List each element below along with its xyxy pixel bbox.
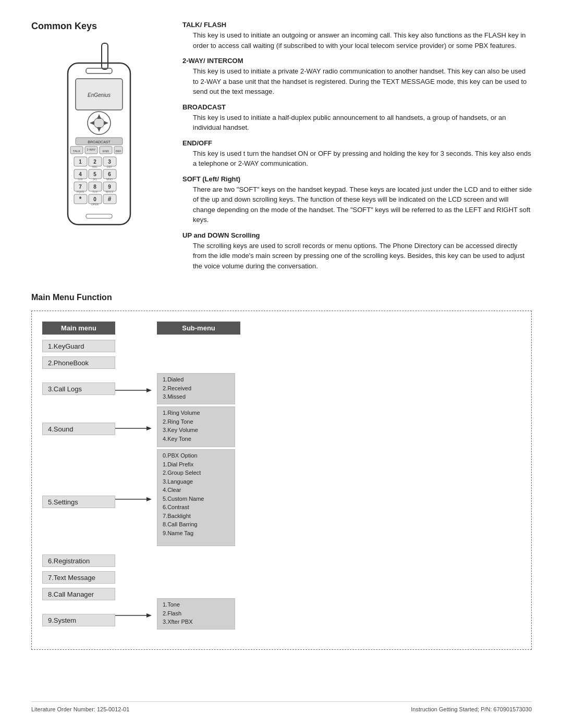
svg-text:2-WAY: 2-WAY	[87, 148, 96, 151]
svg-text:0: 0	[93, 196, 96, 202]
arrow-wrap	[115, 450, 157, 549]
svg-marker-8	[97, 127, 101, 132]
key-title: TALK/ FLASH	[182, 21, 532, 29]
key-description: This key is used to initiate a private 2…	[193, 66, 532, 97]
key-title: END/OFF	[182, 139, 532, 147]
menu-item-row: 1.KeyGuard	[42, 339, 115, 353]
svg-text:MNO: MNO	[106, 178, 113, 181]
svg-rect-0	[102, 43, 108, 69]
sub-menu-group: 0.PBX Option 1.Dial Prefix 2.Group Selec…	[157, 449, 235, 546]
svg-text:2: 2	[93, 159, 96, 165]
main-menu-header: Main menu	[42, 322, 115, 335]
svg-text:EnGenius: EnGenius	[88, 92, 111, 98]
svg-text:5: 5	[93, 171, 96, 177]
menu-item: 2.PhoneBook	[42, 356, 115, 369]
menu-item: 8.Call Manager	[42, 588, 115, 600]
key-descriptions: TALK/ FLASHThis key is used to initiate …	[182, 21, 532, 271]
arrow-wrap	[115, 374, 157, 407]
arrow-wrap	[115, 407, 157, 450]
menu-item-row: 9.System	[42, 603, 115, 637]
page-title: Common Keys	[31, 21, 167, 32]
key-section: UP and DOWN ScrollingThe scrolling keys …	[182, 231, 532, 272]
key-description: This key is used t turn the handset ON o…	[193, 149, 532, 169]
top-section: Common Keys EnGenius	[31, 21, 532, 277]
footer-right: Instruction Getting Started; P/N: 670901…	[411, 706, 532, 712]
menu-item-row: 7.Text Message	[42, 570, 115, 585]
sub-menu-column: Sub-menu1.Dialed 2.Received 3.Missed1.Ri…	[157, 322, 240, 631]
left-column: Common Keys EnGenius	[31, 21, 167, 277]
arrow-wrap	[115, 599, 157, 632]
phone-image: EnGenius BROADCAST	[57, 42, 141, 240]
menu-item: 3.Call Logs	[42, 382, 115, 395]
main-menu-title: Main Menu Function	[31, 293, 532, 302]
svg-text:8: 8	[93, 184, 96, 190]
right-column: TALK/ FLASHThis key is used to initiate …	[182, 21, 532, 277]
menu-item-row: 8.Call Manager	[42, 587, 115, 601]
svg-text:JKL: JKL	[93, 178, 97, 181]
key-description: This key is used to initiate a half-dupl…	[193, 113, 532, 133]
sub-group-wrap: 1.Dialed 2.Received 3.Missed	[157, 372, 235, 405]
arrow-wrap	[115, 340, 157, 357]
phone-image-container: EnGenius BROADCAST	[31, 42, 167, 240]
sub-group-wrap: 1.Tone 2.Flash 3.Xfter PBX	[157, 597, 235, 631]
svg-text:6: 6	[108, 171, 111, 177]
svg-text:4: 4	[79, 171, 82, 177]
menu-flex: Main menu1.KeyGuard2.PhoneBook3.Call Log…	[42, 322, 240, 639]
menu-item: 4.Sound	[42, 423, 115, 435]
key-title: 2-WAY/ INTERCOM	[182, 57, 532, 65]
sub-group-wrap: 0.PBX Option 1.Dial Prefix 2.Group Selec…	[157, 448, 235, 547]
sub-menu-group: 1.Tone 2.Flash 3.Xfter PBX	[157, 598, 235, 630]
menu-item-row: 5.Settings	[42, 452, 115, 551]
key-title: SOFT (Left/ Right)	[182, 175, 532, 183]
svg-text:DEF: DEF	[107, 165, 112, 168]
svg-marker-7	[97, 114, 101, 119]
key-section: SOFT (Left/ Right)There are two "SOFT" k…	[182, 175, 532, 225]
svg-text:WXYZ: WXYZ	[106, 190, 113, 193]
sub-group-wrap: 1.Ring Volume 2.Ring Tone 3.Key Volume 4…	[157, 405, 235, 448]
svg-marker-9	[90, 121, 94, 125]
menu-item: 6.Registration	[42, 554, 115, 567]
arrow-icon	[115, 385, 152, 396]
arrow-wrap	[115, 357, 157, 374]
menu-item: 5.Settings	[42, 496, 115, 508]
key-title: BROADCAST	[182, 103, 532, 111]
svg-marker-10	[104, 121, 108, 125]
page: Common Keys EnGenius	[0, 0, 563, 728]
menu-item-row: 4.Sound	[42, 408, 115, 450]
main-menu-column: Main menu1.KeyGuard2.PhoneBook3.Call Log…	[42, 322, 115, 639]
svg-rect-54	[86, 214, 112, 218]
svg-text:TALK: TALK	[73, 150, 81, 153]
key-description: The scrolling keys are used to scroll re…	[193, 241, 532, 272]
svg-marker-56	[146, 388, 152, 392]
svg-text:3: 3	[108, 159, 111, 165]
arrow-icon	[115, 423, 152, 434]
arrow-wrap	[115, 582, 157, 599]
sub-menu-header: Sub-menu	[157, 322, 240, 335]
svg-text:#: #	[108, 195, 112, 203]
svg-text:END: END	[103, 150, 109, 153]
svg-rect-2	[86, 68, 112, 73]
menu-item: 1.KeyGuard	[42, 340, 115, 352]
arrow-icon	[115, 610, 152, 621]
key-section: END/OFFThis key is used t turn the hands…	[182, 139, 532, 169]
footer: Literature Order Number: 125-0012-01 Ins…	[31, 701, 532, 712]
svg-point-6	[94, 118, 104, 128]
sub-menu-group: 1.Ring Volume 2.Ring Tone 3.Key Volume 4…	[157, 406, 235, 447]
svg-text:*: *	[79, 195, 82, 203]
key-title: UP and DOWN Scrolling	[182, 231, 532, 239]
menu-item: 9.System	[42, 614, 115, 626]
key-description: This key is used to initiate an outgoing…	[193, 30, 532, 51]
footer-left: Literature Order Number: 125-0012-01	[31, 706, 129, 712]
svg-text:GHI: GHI	[78, 178, 83, 181]
arrow-wrap	[115, 549, 157, 565]
bottom-section: Main Menu Function Main menu1.KeyGuard2.…	[31, 293, 532, 650]
svg-marker-62	[146, 613, 152, 618]
svg-text:ABC: ABC	[92, 165, 98, 168]
key-section: TALK/ FLASHThis key is used to initiate …	[182, 21, 532, 51]
svg-text:OPER: OPER	[91, 203, 99, 206]
svg-marker-58	[146, 426, 152, 430]
svg-text:TUV: TUV	[92, 190, 98, 193]
diagram-inner: Main menu1.KeyGuard2.PhoneBook3.Call Log…	[42, 322, 240, 639]
menu-item-row: 3.Call Logs	[42, 372, 115, 405]
svg-marker-60	[146, 497, 152, 501]
